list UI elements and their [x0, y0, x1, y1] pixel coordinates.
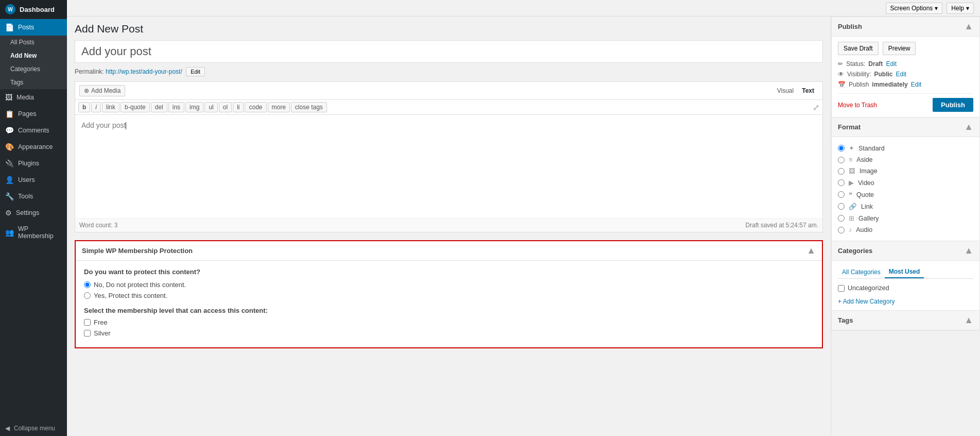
status-edit-link[interactable]: Edit — [886, 60, 897, 68]
format-gallery[interactable]: ⊞ Gallery — [838, 212, 973, 224]
tags-panel-toggle[interactable]: ▲ — [964, 315, 973, 326]
category-tabs: All Categories Most Used — [838, 266, 973, 279]
free-level-option[interactable]: Free — [84, 318, 814, 326]
collapse-label: Collapse menu — [14, 425, 55, 432]
uncategorized-category[interactable]: Uncategorized — [838, 283, 973, 293]
publish-panel-toggle[interactable]: ▲ — [964, 21, 973, 32]
tools-icon: 🔧 — [5, 192, 14, 200]
publish-button[interactable]: Publish — [933, 98, 973, 112]
add-media-button[interactable]: ⊕ Add Media — [79, 85, 125, 96]
categories-label: Categories — [10, 65, 40, 73]
post-title-input[interactable] — [75, 40, 823, 63]
text-tab[interactable]: Text — [798, 85, 818, 96]
format-audio-label: Audio — [856, 226, 872, 233]
sidebar-item-settings[interactable]: ⚙ Settings — [0, 205, 67, 221]
editor-content[interactable]: Add your post — [75, 115, 822, 218]
sidebar-item-users[interactable]: 👤 Users — [0, 172, 67, 188]
sidebar-item-categories[interactable]: Categories — [5, 62, 67, 76]
sidebar-item-plugins[interactable]: 🔌 Plugins — [0, 155, 67, 172]
free-level-label: Free — [94, 318, 108, 326]
plugins-label: Plugins — [18, 160, 39, 167]
italic-button[interactable]: i — [91, 102, 101, 112]
eye-icon: 👁 — [838, 71, 844, 78]
sidebar-item-wp-membership[interactable]: 👥 WP Membership — [0, 221, 67, 244]
format-panel-toggle[interactable]: ▲ — [964, 122, 973, 132]
format-audio-radio[interactable] — [838, 227, 845, 233]
code-button[interactable]: code — [245, 102, 266, 112]
uncategorized-checkbox[interactable] — [838, 285, 845, 292]
membership-protection-box: Simple WP Membership Protection ▲ Do you… — [75, 240, 823, 348]
yes-protect-option[interactable]: Yes, Protect this content. — [84, 292, 814, 299]
format-standard-radio[interactable] — [838, 145, 845, 152]
del-button[interactable]: del — [151, 102, 167, 112]
format-quote-radio[interactable] — [838, 191, 845, 198]
li-button[interactable]: li — [233, 102, 244, 112]
membership-toggle-button[interactable]: ▲ — [806, 245, 816, 256]
visibility-edit-link[interactable]: Edit — [896, 71, 906, 78]
sidebar-item-comments[interactable]: 💬 Comments — [0, 122, 67, 139]
sidebar-item-appearance[interactable]: 🎨 Appearance — [0, 139, 67, 155]
collapse-menu-button[interactable]: ◀ Collapse menu — [0, 421, 67, 436]
img-button[interactable]: img — [185, 102, 203, 112]
format-standard[interactable]: ✦ Standard — [838, 142, 973, 154]
save-draft-button[interactable]: Save Draft — [838, 42, 879, 55]
all-posts-label: All Posts — [10, 39, 35, 46]
format-link[interactable]: 🔗 Link — [838, 200, 973, 212]
sidebar-item-posts[interactable]: 📄 Posts — [0, 19, 67, 36]
expand-editor-button[interactable]: ⤢ — [813, 103, 819, 112]
categories-panel-toggle[interactable]: ▲ — [964, 245, 973, 256]
media-label: Media — [16, 94, 34, 101]
close-tags-button[interactable]: close tags — [291, 102, 327, 112]
format-image-radio[interactable] — [838, 168, 845, 175]
free-level-checkbox[interactable] — [84, 319, 91, 326]
add-new-category-link[interactable]: + Add New Category — [838, 298, 895, 305]
move-to-trash-link[interactable]: Move to Trash — [838, 102, 877, 109]
link-button[interactable]: link — [102, 102, 119, 112]
format-video-radio[interactable] — [838, 179, 845, 186]
bquote-button[interactable]: b-quote — [121, 102, 150, 112]
yes-protect-radio[interactable] — [84, 292, 91, 299]
sidebar-item-add-new[interactable]: Add New — [5, 49, 67, 62]
all-categories-tab[interactable]: All Categories — [838, 266, 885, 278]
word-count-label: Word count: — [79, 222, 112, 229]
format-image[interactable]: 🖼 Image — [838, 165, 973, 177]
screen-options-button[interactable]: Screen Options ▾ — [886, 3, 943, 14]
format-audio[interactable]: ♪ Audio — [838, 224, 973, 236]
preview-button[interactable]: Preview — [883, 42, 916, 55]
visual-tab[interactable]: Visual — [773, 85, 798, 96]
format-video[interactable]: ▶ Video — [838, 177, 973, 189]
silver-level-checkbox[interactable] — [84, 330, 91, 337]
word-count: Word count: 3 — [79, 222, 118, 229]
format-gallery-radio[interactable] — [838, 215, 845, 222]
no-protect-option[interactable]: No, Do not protect this content. — [84, 281, 814, 289]
permalink-edit-button[interactable]: Edit — [186, 67, 205, 76]
bold-button[interactable]: b — [78, 102, 90, 112]
help-button[interactable]: Help ▾ — [947, 3, 974, 14]
more-button[interactable]: more — [268, 102, 290, 112]
categories-panel-title: Categories — [838, 247, 872, 255]
publish-time-edit-link[interactable]: Edit — [911, 81, 922, 88]
format-quote[interactable]: ❝ Quote — [838, 189, 973, 200]
ol-button[interactable]: ol — [219, 102, 232, 112]
no-protect-radio[interactable] — [84, 281, 91, 288]
ins-button[interactable]: ins — [168, 102, 184, 112]
tags-panel-header[interactable]: Tags ▲ — [832, 311, 979, 330]
most-used-tab[interactable]: Most Used — [885, 266, 924, 278]
dashboard-menu-item[interactable]: W Dashboard — [0, 0, 67, 19]
publish-panel-header[interactable]: Publish ▲ — [832, 17, 979, 37]
format-panel-header[interactable]: Format ▲ — [832, 118, 979, 137]
sidebar-item-tags[interactable]: Tags — [5, 76, 67, 89]
categories-panel-header[interactable]: Categories ▲ — [832, 241, 979, 261]
sidebar-item-all-posts[interactable]: All Posts — [5, 36, 67, 49]
format-aside-radio[interactable] — [838, 157, 845, 163]
sidebar-item-tools[interactable]: 🔧 Tools — [0, 188, 67, 205]
membership-header[interactable]: Simple WP Membership Protection ▲ — [76, 241, 822, 261]
silver-level-option[interactable]: Silver — [84, 329, 814, 337]
sidebar-item-pages[interactable]: 📋 Pages — [0, 106, 67, 122]
sidebar-item-media[interactable]: 🖼 Media — [0, 89, 67, 106]
format-aside[interactable]: ≡ Aside — [838, 154, 973, 165]
format-link-radio[interactable] — [838, 203, 845, 210]
ul-button[interactable]: ul — [204, 102, 217, 112]
text-cursor — [126, 122, 126, 129]
permalink-url[interactable]: http://wp.test/add-your-post/ — [106, 68, 182, 75]
